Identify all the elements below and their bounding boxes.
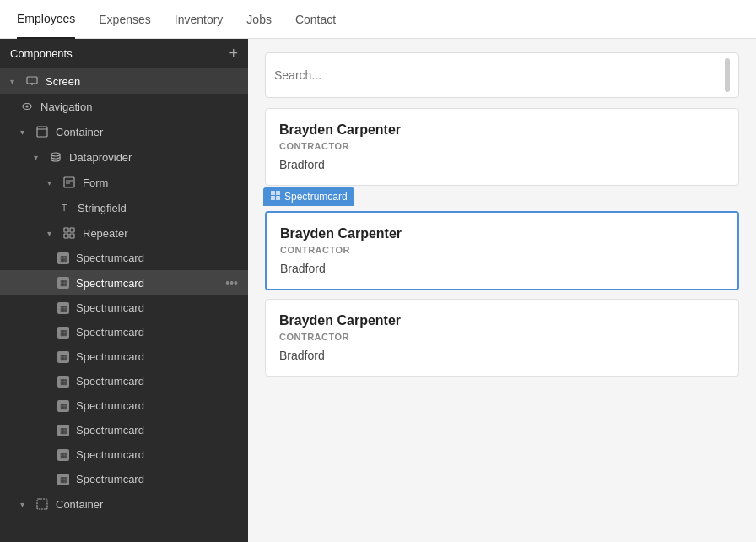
sidebar-item-label: Spectrumcard [76, 252, 238, 264]
sidebar-item-label: Screen [46, 75, 238, 88]
spectrumcard-icon: ▦ [57, 449, 69, 461]
form-icon [62, 176, 76, 189]
card-location: Bradford [279, 158, 725, 171]
nav-expenses[interactable]: Expenses [99, 1, 150, 38]
card-role: CONTRACTOR [279, 332, 725, 342]
spectrumcard-icon: ▦ [57, 277, 69, 289]
sidebar-item-label: Spectrumcard [76, 424, 238, 436]
card-role: CONTRACTOR [280, 245, 724, 255]
sidebar-item-dataprovider[interactable]: ▾ Dataprovider [0, 144, 248, 170]
svg-rect-16 [271, 191, 275, 195]
sidebar-item-screen[interactable]: ▾ Screen [0, 68, 248, 94]
sidebar-item-label: Dataprovider [69, 151, 238, 164]
spectrumcard-icon: ▦ [57, 425, 69, 436]
sidebar-item-navigation[interactable]: Navigation [0, 94, 248, 119]
sidebar-item-label: Form [83, 176, 238, 189]
card-3[interactable]: Brayden Carpenter CONTRACTOR Bradford [265, 299, 739, 377]
sidebar-item-spectrumcard-8[interactable]: ▦ Spectrumcard [0, 418, 248, 442]
svg-rect-14 [70, 234, 74, 238]
chevron-icon: ▾ [34, 153, 42, 162]
sidebar-item-label: Spectrumcard [76, 301, 238, 314]
card-location: Bradford [279, 349, 725, 362]
card-2[interactable]: Brayden Carpenter CONTRACTOR Bradford [265, 211, 739, 290]
repeater-icon [62, 226, 76, 240]
screen-icon [25, 74, 39, 88]
sidebar-item-spectrumcard-5[interactable]: ▦ Spectrumcard [0, 344, 248, 369]
sidebar-item-spectrumcard-9[interactable]: ▦ Spectrumcard [0, 442, 248, 467]
svg-rect-18 [271, 196, 275, 200]
sidebar-item-spectrumcard-6[interactable]: ▦ Spectrumcard [0, 369, 248, 393]
sidebar: Components + ▾ Screen Navigation ▾ Conta… [0, 39, 248, 542]
selected-card-label: Spectrumcard [263, 187, 354, 206]
sidebar-item-label: Container [56, 126, 238, 138]
sidebar-item-spectrumcard-4[interactable]: ▦ Spectrumcard [0, 320, 248, 344]
sidebar-item-label: Navigation [40, 100, 238, 113]
chevron-icon: ▾ [47, 178, 56, 187]
svg-rect-17 [276, 191, 280, 195]
card-role: CONTRACTOR [279, 141, 725, 151]
sidebar-item-spectrumcard-10[interactable]: ▦ Spectrumcard [0, 467, 248, 491]
svg-rect-12 [70, 228, 74, 232]
svg-rect-13 [64, 234, 68, 238]
spectrumcard-icon: ▦ [57, 302, 69, 314]
sidebar-item-container-2[interactable]: ▾ Container [0, 491, 248, 517]
top-nav: Employees Expenses Inventory Jobs Contac… [0, 0, 756, 39]
sidebar-item-label: Spectrumcard [76, 473, 238, 485]
container-icon [35, 497, 49, 511]
svg-rect-0 [27, 77, 37, 84]
sidebar-item-form[interactable]: ▾ Form [0, 170, 248, 195]
spectrumcard-icon: ▦ [57, 474, 69, 485]
more-options-button[interactable]: ••• [225, 276, 238, 290]
spectrumcard-label-icon [270, 190, 281, 203]
sidebar-item-label: Spectrumcard [76, 375, 238, 388]
chevron-icon: ▾ [47, 229, 56, 238]
chevron-icon: ▾ [10, 77, 19, 86]
sidebar-item-spectrumcard-7[interactable]: ▦ Spectrumcard [0, 393, 248, 418]
sidebar-item-label: Spectrumcard [76, 277, 219, 290]
svg-point-7 [51, 153, 60, 156]
spectrumcard-icon: ▦ [57, 400, 69, 412]
svg-rect-5 [37, 127, 47, 137]
selected-label-text: Spectrumcard [284, 191, 348, 203]
eye-icon [20, 100, 34, 113]
sidebar-item-label: Container [56, 498, 238, 511]
sidebar-item-spectrumcard-2[interactable]: ▦ Spectrumcard ••• [0, 270, 248, 295]
svg-point-4 [26, 106, 29, 108]
selected-card-wrapper: Spectrumcard Brayden Carpenter CONTRACTO… [265, 211, 739, 290]
sidebar-item-label: Stringfield [78, 202, 238, 214]
nav-employees[interactable]: Employees [17, 0, 75, 39]
sidebar-item-label: Spectrumcard [76, 350, 238, 363]
card-location: Bradford [280, 262, 724, 275]
sidebar-item-label: Repeater [83, 227, 238, 240]
card-1[interactable]: Brayden Carpenter CONTRACTOR Bradford [265, 108, 739, 186]
sidebar-item-label: Spectrumcard [76, 399, 238, 412]
spectrumcard-icon: ▦ [57, 252, 69, 264]
svg-rect-19 [276, 196, 280, 200]
sidebar-item-repeater[interactable]: ▾ Repeater [0, 220, 248, 246]
spectrumcard-icon: ▦ [57, 376, 69, 388]
sidebar-title: Components [10, 47, 73, 60]
sidebar-item-spectrumcard-3[interactable]: ▦ Spectrumcard [0, 295, 248, 320]
text-icon: T [57, 201, 71, 214]
sidebar-item-stringfield[interactable]: T Stringfield [0, 195, 248, 220]
add-component-button[interactable]: + [229, 46, 238, 61]
spectrumcard-icon: ▦ [57, 351, 69, 363]
nav-inventory[interactable]: Inventory [175, 1, 224, 38]
dataprovider-icon [49, 150, 62, 164]
card-name: Brayden Carpenter [280, 226, 724, 241]
sidebar-item-label: Spectrumcard [76, 448, 238, 461]
svg-rect-15 [37, 499, 47, 509]
svg-rect-8 [64, 177, 74, 187]
nav-jobs[interactable]: Jobs [246, 1, 272, 38]
spectrumcard-icon: ▦ [57, 327, 69, 339]
card-name: Brayden Carpenter [279, 313, 725, 328]
scrollbar-indicator [725, 58, 730, 92]
card-name: Brayden Carpenter [279, 122, 725, 138]
content-area: Brayden Carpenter CONTRACTOR Bradford Sp… [248, 39, 756, 542]
search-input[interactable] [274, 68, 720, 82]
sidebar-item-spectrumcard-1[interactable]: ▦ Spectrumcard [0, 246, 248, 270]
sidebar-item-container[interactable]: ▾ Container [0, 119, 248, 144]
chevron-icon: ▾ [20, 127, 29, 137]
container-icon [35, 125, 49, 138]
nav-contact[interactable]: Contact [295, 1, 336, 38]
